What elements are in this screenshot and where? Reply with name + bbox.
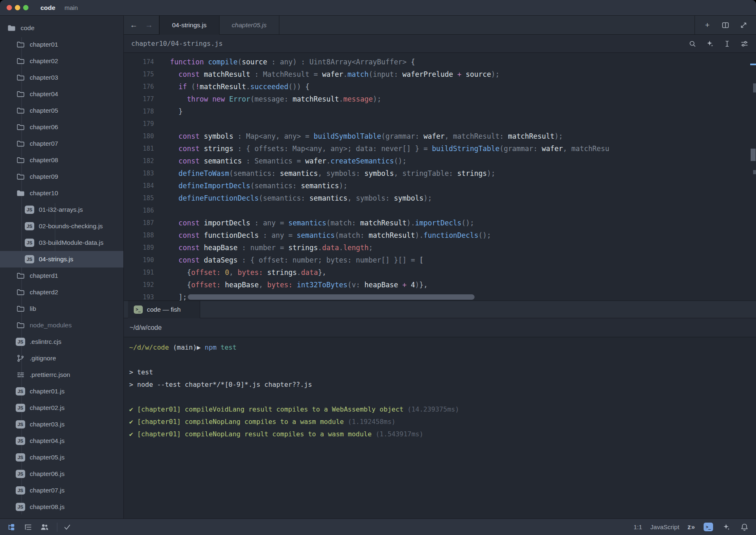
- project-panel[interactable]: codechapter01chapter02chapter03chapter04…: [0, 16, 124, 518]
- file-label: 02-bounds-checking.js: [39, 223, 103, 230]
- terminal-line: ✔ [chapter01] compileNopLang compiles to…: [129, 416, 756, 428]
- terminal-tab[interactable]: >_ code — fish: [128, 301, 200, 318]
- sidebar-item-eslintrc-cjs[interactable]: JS.eslintrc.cjs: [0, 334, 123, 350]
- line-number: 189: [124, 241, 154, 254]
- folder-icon: [16, 321, 25, 329]
- sidebar-item-01-i32-arrays-js[interactable]: JS01-i32-arrays.js: [0, 201, 123, 218]
- tab-bar: ← → 04-strings.jschapter05.js +: [124, 16, 756, 35]
- search-icon[interactable]: [688, 40, 697, 48]
- sidebar-item-chapter02-js[interactable]: JSchapter02.js: [0, 400, 123, 416]
- sidebar-item-02-bounds-checking-js[interactable]: JS02-bounds-checking.js: [0, 218, 123, 234]
- forward-arrow-icon[interactable]: →: [145, 21, 153, 30]
- window-zoom-button[interactable]: [23, 5, 28, 10]
- tab-chapter05-js[interactable]: chapter05.js: [220, 16, 279, 34]
- sidebar-item-chapter07[interactable]: chapter07: [0, 135, 123, 152]
- file-label: chapter07.js: [30, 487, 64, 494]
- sidebar-item-node-modules[interactable]: node_modules: [0, 317, 123, 334]
- terminal-toggle-icon[interactable]: >_: [704, 523, 713, 531]
- sidebar-item-code[interactable]: code: [0, 20, 123, 36]
- sidebar-item-chapter09[interactable]: chapter09: [0, 168, 123, 185]
- terminal-output[interactable]: ~/d/w/code (main)▶ npm test> test> node …: [124, 337, 756, 518]
- code-line: 182 const semantics : Semantics = wafer.…: [124, 155, 756, 167]
- terminal-line: ✔ [chapter01] compileVoidLang result com…: [129, 403, 756, 416]
- sidebar-item-chapter06[interactable]: chapter06: [0, 119, 123, 135]
- code-lines: 174function compile(source : any) : Uint…: [124, 56, 756, 301]
- js-icon: JS: [16, 420, 25, 428]
- sidebar-item-chapter03[interactable]: chapter03: [0, 69, 123, 86]
- zed-window: code main codechapter01chapter02chapter0…: [0, 0, 756, 535]
- sidebar-item-prettierrc-json[interactable]: .prettierrc.json: [0, 367, 123, 383]
- sparkles-icon[interactable]: [706, 40, 714, 48]
- code-line: 177 throw new Error(message: matchResult…: [124, 93, 756, 105]
- sidebar-item-gitignore[interactable]: .gitignore: [0, 350, 123, 367]
- divider: [57, 523, 57, 532]
- editor-settings-icon[interactable]: [740, 40, 749, 48]
- terminal-title[interactable]: ~/d/w/code: [124, 318, 756, 337]
- code-line: 192 {offset: heapBase, bytes: int32ToByt…: [124, 279, 756, 291]
- notifications-bell-icon[interactable]: [739, 522, 749, 532]
- file-tree: codechapter01chapter02chapter03chapter04…: [0, 20, 123, 515]
- file-label: code: [21, 24, 35, 32]
- terminal-line: ~/d/w/code (main)▶ npm test: [129, 341, 756, 354]
- vertical-scrollbar[interactable]: [750, 53, 756, 301]
- language-selector[interactable]: JavaScript: [650, 523, 679, 530]
- code-editor[interactable]: 174function compile(source : any) : Uint…: [124, 53, 756, 301]
- outline-panel-icon[interactable]: [23, 522, 33, 532]
- sidebar-item-chapter08[interactable]: chapter08: [0, 152, 123, 168]
- sidebar-item-03-buildmodule-data-js[interactable]: JS03-buildModule-data.js: [0, 234, 123, 251]
- code-line: 179: [124, 118, 756, 130]
- js-icon: JS: [16, 453, 25, 462]
- sidebar-item-lib[interactable]: lib: [0, 301, 123, 317]
- sidebar-item-chapter04-js[interactable]: JSchapter04.js: [0, 433, 123, 449]
- text-cursor-icon[interactable]: [723, 40, 731, 48]
- file-label: chapterd2: [30, 289, 58, 296]
- split-pane-icon[interactable]: [721, 21, 730, 29]
- project-title[interactable]: code: [40, 4, 55, 12]
- sidebar-item-chapterd2[interactable]: chapterd2: [0, 284, 123, 301]
- sidebar-item-chapter04[interactable]: chapter04: [0, 86, 123, 102]
- edit-prediction-icon[interactable]: z»: [687, 523, 695, 531]
- tab-04-strings-js[interactable]: 04-strings.js: [159, 16, 220, 35]
- cursor-position[interactable]: 1:1: [633, 523, 642, 530]
- file-label: chapter05: [30, 107, 58, 114]
- sidebar-item-chapter03-js[interactable]: JSchapter03.js: [0, 416, 123, 433]
- new-tab-icon[interactable]: +: [703, 21, 711, 29]
- sidebar-item-chapter10[interactable]: chapter10: [0, 185, 123, 201]
- js-icon: JS: [25, 255, 34, 263]
- file-label: chapter05.js: [30, 454, 64, 461]
- project-panel-toggle-icon[interactable]: [7, 522, 17, 532]
- file-label: .prettierrc.json: [30, 371, 70, 379]
- git-branch-label[interactable]: main: [64, 4, 78, 11]
- scrollbar-thumb[interactable]: [751, 149, 756, 161]
- file-label: chapter08: [30, 156, 58, 164]
- diagnostics-check-icon[interactable]: [62, 522, 72, 532]
- sidebar-item-04-strings-js[interactable]: JS04-strings.js: [0, 251, 123, 268]
- terminal-line: > test: [129, 366, 756, 379]
- sidebar-item-chapter06-js[interactable]: JSchapter06.js: [0, 466, 123, 482]
- line-number: 178: [124, 105, 154, 118]
- line-number: 174: [124, 56, 154, 68]
- assistant-sparkle-icon[interactable]: [721, 522, 731, 532]
- js-icon: JS: [16, 437, 25, 445]
- window-minimize-button[interactable]: [15, 5, 20, 10]
- sidebar-item-chapter08-js[interactable]: JSchapter08.js: [0, 499, 123, 515]
- sidebar-item-chapter01-js[interactable]: JSchapter01.js: [0, 383, 123, 400]
- horizontal-scrollbar-thumb[interactable]: [188, 294, 475, 300]
- js-icon: JS: [25, 239, 34, 247]
- git-icon: [16, 354, 25, 362]
- sidebar-item-chapter02[interactable]: chapter02: [0, 53, 123, 69]
- collaboration-icon[interactable]: [40, 522, 50, 532]
- sidebar-item-chapter07-js[interactable]: JSchapter07.js: [0, 482, 123, 499]
- sidebar-item-chapter01[interactable]: chapter01: [0, 36, 123, 53]
- window-close-button[interactable]: [7, 5, 12, 10]
- sidebar-item-chapterd1[interactable]: chapterd1: [0, 268, 123, 284]
- sidebar-item-chapter05[interactable]: chapter05: [0, 102, 123, 119]
- back-arrow-icon[interactable]: ←: [130, 21, 138, 30]
- line-number: 180: [124, 130, 154, 142]
- breadcrumb[interactable]: chapter10/04-strings.js: [131, 40, 223, 47]
- file-label: .eslintrc.cjs: [30, 338, 61, 346]
- sidebar-item-chapter05-js[interactable]: JSchapter05.js: [0, 449, 123, 466]
- terminal-line: [129, 391, 756, 403]
- expand-pane-icon[interactable]: [739, 21, 748, 29]
- code-line: 189 const heapBase : number = strings.da…: [124, 241, 756, 254]
